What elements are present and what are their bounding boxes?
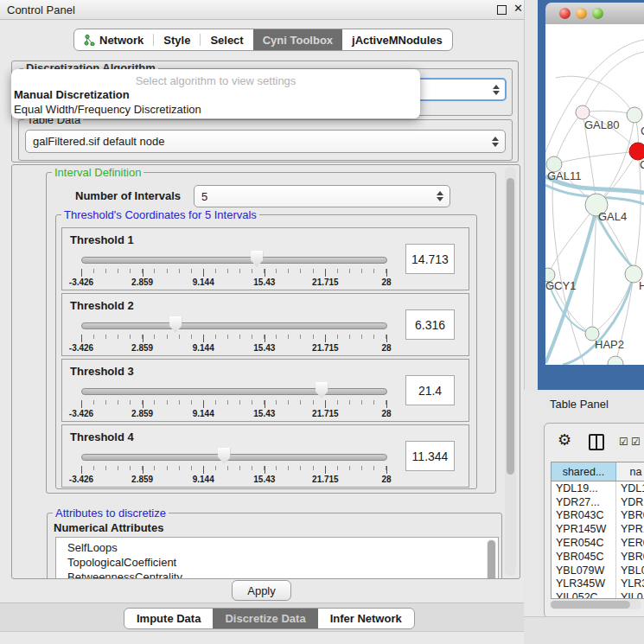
threshold-slider[interactable]: -3.4262.8599.14415.4321.71528 — [81, 446, 386, 486]
slider-track[interactable] — [81, 257, 387, 264]
tick-label: -3.426 — [69, 277, 93, 287]
combobox-stepper-icon[interactable] — [493, 85, 500, 95]
scrollbar-thumb[interactable] — [488, 540, 495, 579]
table-row[interactable]: YDR27...YDR2 — [552, 495, 644, 509]
threshold-label: Threshold 2 — [70, 299, 134, 312]
attribute-item[interactable]: SelfLoops — [56, 540, 498, 555]
major-tick — [325, 335, 326, 342]
apply-button[interactable]: Apply — [232, 580, 291, 601]
attribute-item[interactable]: TopologicalCoefficient — [56, 555, 498, 570]
combobox-stepper-icon[interactable] — [492, 137, 499, 147]
tab-discretize-data[interactable]: Discretize Data — [213, 609, 317, 628]
numerical-attributes-list[interactable]: SelfLoopsTopologicalCoefficientBetweenne… — [55, 537, 499, 579]
table-cell: YDR2 — [616, 495, 644, 509]
table-cell: YBR0 — [616, 550, 644, 564]
tab-impute-data[interactable]: Impute Data — [124, 609, 213, 628]
table-row[interactable]: YPR145WYPR1 — [552, 522, 644, 536]
threshold-list: Threshold 1 -3.4262.8599.14415.4321.7152… — [61, 227, 469, 490]
scrollbar-thumb[interactable] — [507, 178, 514, 475]
tick-label: 28 — [381, 409, 391, 418]
tab-cyni-toolbox[interactable]: Cyni Toolbox — [253, 29, 342, 50]
major-tick — [143, 466, 143, 474]
threshold-value-field[interactable]: 21.4 — [405, 375, 455, 405]
tick-label: 15.43 — [253, 475, 275, 484]
tab-label: Network — [99, 34, 143, 47]
zoom-window-button[interactable] — [592, 8, 603, 19]
tab-network[interactable]: Network — [74, 29, 153, 50]
slider-track[interactable] — [81, 388, 387, 395]
network-node[interactable] — [627, 107, 642, 123]
threshold-value-field[interactable]: 11.344 — [405, 441, 455, 471]
tick-label: 21.715 — [312, 409, 339, 418]
table-row[interactable]: YBL079WYBL0 — [552, 564, 644, 577]
threshold-label: Threshold 1 — [70, 233, 134, 246]
network-node-label: C — [640, 158, 644, 171]
table-row[interactable]: YBR045CYBR0 — [552, 550, 644, 564]
checkbox-icon[interactable]: ☑ — [619, 437, 628, 447]
major-tick — [203, 335, 204, 342]
settings-scroll-area: Interval Definition Number of Intervals … — [11, 164, 520, 579]
tab-select[interactable]: Select — [201, 29, 252, 50]
number-of-intervals-combobox[interactable]: 5 — [194, 185, 450, 207]
network-node[interactable] — [608, 356, 623, 365]
slider-handle[interactable] — [218, 448, 231, 464]
float-icon[interactable] — [497, 5, 507, 15]
slider-ticks — [81, 335, 386, 342]
slider-track[interactable] — [81, 454, 387, 461]
table-horizontal-scrollbar[interactable] — [550, 600, 641, 609]
network-node[interactable] — [629, 143, 644, 160]
tick-label: 2.859 — [131, 409, 153, 418]
tick-label: 2.859 — [131, 277, 153, 287]
network-node-label: GCY1 — [545, 279, 576, 292]
close-icon[interactable]: ✕ — [513, 2, 523, 15]
table-row[interactable]: YBR043CYBR0 — [552, 509, 644, 523]
settings-vertical-scrollbar[interactable] — [505, 167, 516, 576]
table-row[interactable]: YER054CYER0 — [552, 536, 644, 550]
slider-scale: -3.4262.8599.14415.4321.71528 — [81, 277, 386, 288]
minimize-window-button[interactable] — [576, 8, 587, 19]
network-node[interactable] — [576, 105, 590, 119]
tick-label: 2.859 — [131, 343, 153, 353]
slider-handle[interactable] — [316, 382, 328, 399]
close-window-button[interactable] — [559, 8, 571, 19]
tab-style[interactable]: Style — [154, 29, 200, 50]
threshold-slider[interactable]: -3.4262.8599.14415.4321.71528 — [81, 315, 386, 354]
popup-option-equal-width[interactable]: Equal Width/Frequency Discretization — [11, 102, 420, 117]
attributes-list-scrollbar[interactable] — [487, 539, 496, 579]
attribute-item[interactable]: BetweennessCentrality — [56, 570, 498, 579]
table-row[interactable]: YIL052CYIL0 — [552, 590, 644, 599]
major-tick — [386, 400, 387, 408]
table-row[interactable]: YLR345WYLR3 — [552, 577, 644, 591]
checkbox-icon[interactable]: ☑ — [631, 437, 641, 447]
major-tick — [203, 466, 204, 474]
network-canvas[interactable]: GAL80GCGAL11GAL4GCY1HHAP2 — [545, 24, 644, 365]
threshold-slider[interactable]: -3.4262.8599.14415.4321.71528 — [81, 249, 386, 289]
tick-label: -3.426 — [69, 475, 93, 484]
slider-scale: -3.4262.8599.14415.4321.71528 — [81, 409, 386, 419]
tick-label: 9.144 — [193, 475, 214, 484]
combobox-stepper-icon[interactable] — [437, 191, 443, 201]
column-header-name[interactable]: na — [616, 462, 644, 481]
threshold-slider[interactable]: -3.4262.8599.14415.4321.71528 — [81, 380, 386, 420]
slider-track[interactable] — [81, 322, 387, 329]
tab-jactivemnodules[interactable]: jActiveMNodules — [342, 29, 452, 50]
network-edge-teal — [597, 216, 632, 266]
scrollbar-thumb[interactable] — [551, 601, 630, 609]
application-window: Control Panel ✕ Network Style Select Cyn… — [0, 0, 644, 644]
gear-icon[interactable]: ⚙ — [558, 432, 571, 448]
major-tick — [203, 400, 204, 408]
network-node-label: GAL4 — [598, 210, 627, 223]
slider-handle[interactable] — [251, 251, 264, 267]
table-row[interactable]: YDL19...YDL1 — [552, 481, 644, 495]
network-node-label: GAL11 — [547, 169, 582, 182]
threshold-value-field[interactable]: 6.316 — [405, 309, 455, 340]
threshold-value-field[interactable]: 14.713 — [405, 244, 455, 274]
algorithm-dropdown-popup: Select algorithm to view settings Manual… — [11, 69, 420, 118]
column-header-shared-name[interactable]: shared... — [552, 462, 616, 481]
table-data-combobox[interactable]: galFiltered.sif default node — [25, 130, 506, 153]
network-view-window: GAL80GCGAL11GAL4GCY1HHAP2 — [538, 0, 644, 390]
split-columns-icon[interactable] — [589, 434, 604, 450]
tab-infer-network[interactable]: Infer Network — [318, 609, 414, 628]
popup-option-manual[interactable]: Manual Discretization — [11, 87, 420, 102]
slider-handle[interactable] — [169, 316, 182, 333]
